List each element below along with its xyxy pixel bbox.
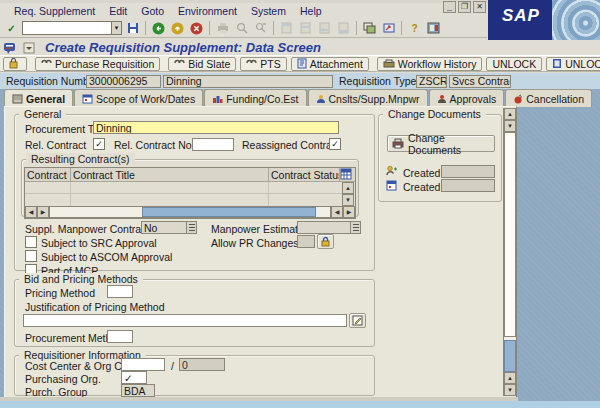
scrollbar-track[interactable] [49,206,331,218]
justification-input[interactable] [23,314,347,327]
tab-cancellation[interactable]: Cancellation [505,89,592,107]
menu-req-supplement[interactable]: Req. Supplement [14,5,95,17]
cancellation-tab-icon [513,94,523,104]
status-bar [0,401,600,408]
rel-contract-no-label: Rel. Contract No. [114,139,195,151]
req-number-label: Requisition Number [6,75,98,87]
tab-cnslts-supp-mnpwr[interactable]: Cnslts/Supp.Mnpwr [308,89,428,107]
reassigned-contract-checkbox[interactable]: ✓ [329,138,341,150]
column-header[interactable]: Contract Title [71,168,269,181]
req-title-field[interactable]: Dinning [163,75,333,88]
unlock-button[interactable]: UNLOCK [486,57,542,71]
scroll-right-icon[interactable]: ▶ [343,206,355,218]
scroll-down-icon[interactable]: ▼ [504,120,516,132]
allow-pr-changes-label: Allow PR Changes [211,237,299,249]
close-icon[interactable]: ✕ [473,1,486,13]
tab-funding-co-est[interactable]: Funding/Co.Est [204,89,306,107]
menu-edit[interactable]: Edit [109,5,127,17]
dropdown-icon[interactable] [186,222,196,233]
created-on-icon [386,180,397,191]
table-row[interactable] [25,194,342,206]
req-type-label: Requisition Type [339,75,416,87]
manpower-estimate-combo[interactable] [297,221,361,234]
req-type-code-field[interactable]: ZSCR [416,75,447,88]
dropdown-icon[interactable] [350,222,360,233]
command-input[interactable]: ▾ [22,21,122,35]
scroll-left-icon[interactable]: ◀ [331,206,343,218]
restore-icon[interactable]: ❐ [458,1,471,13]
command-history-icon[interactable]: ▾ [111,22,121,34]
ascom-approval-checkbox[interactable] [25,250,37,262]
minimize-icon[interactable]: _ [443,1,456,13]
funding-tab-icon [212,94,223,104]
next-page-icon[interactable] [316,20,333,36]
rel-contract-no-input[interactable] [192,138,234,151]
print-icon[interactable] [214,20,231,36]
standard-toolbar: ✓ ▾ [0,19,487,38]
scrollbar-thumb[interactable] [142,207,316,217]
procurement-method-input[interactable] [107,330,133,343]
purchase-requisition-button[interactable]: Purchase Requisition [35,57,160,71]
menu-environment[interactable]: Environment [178,5,237,17]
create-shortcut-icon[interactable] [380,20,397,36]
table-row[interactable] [25,182,342,194]
pts-button[interactable]: PTS [240,57,286,71]
rel-contract-checkbox[interactable]: ✓ [93,138,105,150]
tab-scope-of-work-dates[interactable]: Scope of Work/Dates [74,89,203,107]
menu-help[interactable]: Help [300,5,322,17]
enter-icon[interactable]: ✓ [3,20,20,36]
change-documents-icon [392,138,404,149]
find-icon[interactable] [233,20,250,36]
scroll-up-icon[interactable]: ▲ [342,182,354,194]
scroll-up-icon[interactable]: ▲ [504,372,516,384]
scroll-right-icon[interactable]: ▶ [37,206,49,218]
cost-center-input[interactable] [121,358,165,371]
display-change-toggle-button[interactable] [3,57,27,71]
req-number-field[interactable]: 3000006295 [86,75,161,88]
customize-layout-icon[interactable] [425,20,442,36]
allow-pr-changes-field [297,235,315,248]
justification-label: Justification of Pricing Method [25,301,164,313]
water-ripple-image [552,0,600,42]
button-label: Workflow History [398,58,477,70]
scrollbar-thumb[interactable] [504,132,516,337]
purchasing-org-label: Purchasing Org. [25,373,101,385]
exit-icon[interactable] [169,20,186,36]
layout-menu-icon[interactable] [23,42,35,54]
pricing-method-input[interactable] [107,285,133,298]
scroll-down-icon[interactable]: ▼ [504,384,516,396]
lock-icon[interactable] [317,234,334,249]
menu-goto[interactable]: Goto [141,5,164,17]
src-approval-checkbox[interactable] [25,236,37,248]
column-header[interactable]: Contract Status [269,168,340,181]
procurement-title-input[interactable]: Dinning [93,121,339,134]
purchasing-org-checkbox[interactable]: ✓ [121,371,147,384]
prev-page-icon[interactable] [297,20,314,36]
new-session-icon[interactable] [361,20,378,36]
req-type-text-field[interactable]: Svcs Contract by CD [449,75,511,88]
tab-approvals[interactable]: Approvals [429,89,505,107]
scroll-up-icon[interactable]: ▲ [504,108,516,120]
change-documents-button[interactable]: Change Documents [387,135,495,152]
suppl-manpower-combo[interactable]: No [141,221,197,234]
edit-icon[interactable] [349,313,366,328]
table-settings-icon[interactable] [340,168,353,181]
back-icon[interactable] [150,20,167,36]
menu-system[interactable]: System [251,5,286,17]
attachment-button[interactable]: Attachment [291,57,369,71]
unlock-justification-button[interactable]: UNLOCK JUSTIFICATION [546,57,600,71]
bid-slate-button[interactable]: Bid Slate [168,57,236,71]
save-icon[interactable] [124,20,141,36]
workflow-history-button[interactable]: Workflow History [377,57,483,71]
find-next-icon[interactable] [252,20,269,36]
cancel-icon[interactable] [188,20,205,36]
column-header[interactable]: Contract No [25,168,71,181]
page-title: Create Requisition Supplement: Data Scre… [45,40,321,55]
scroll-down-icon[interactable]: ▼ [342,194,354,206]
button-label: Bid Slate [188,58,230,70]
scroll-left-icon[interactable]: ◀ [25,206,37,218]
services-icon[interactable] [4,42,19,54]
help-icon[interactable]: ? [406,20,423,36]
last-page-icon[interactable] [335,20,352,36]
first-page-icon[interactable] [278,20,295,36]
